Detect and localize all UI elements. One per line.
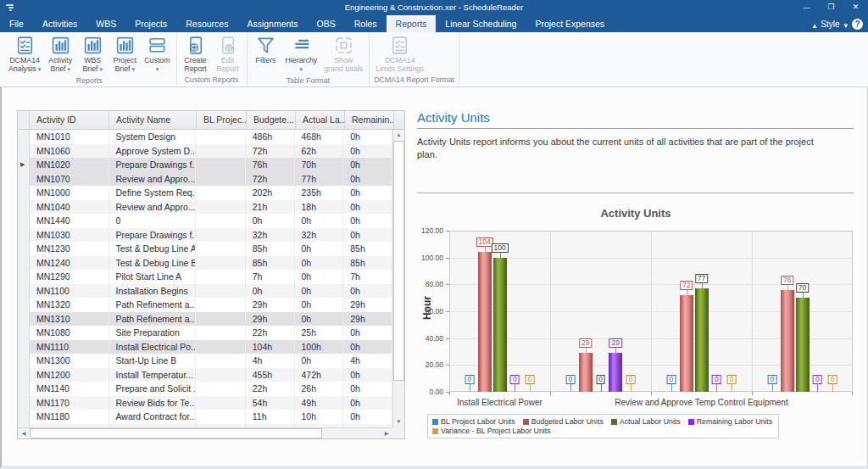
close-icon[interactable] (843, 0, 868, 15)
tab-reports[interactable]: Reports (387, 15, 437, 32)
tab-assignments[interactable]: Assignments (237, 15, 307, 32)
row-selector (18, 340, 30, 355)
cell-bl (196, 410, 246, 424)
tab-roles[interactable]: Roles (345, 15, 387, 32)
y-tick (446, 365, 449, 366)
table-row[interactable]: MN1290Pilot Start Line A7h0h7h (18, 270, 392, 284)
table-row[interactable]: MN1300Start-Up Line B4h0h4h (18, 354, 392, 368)
row-selector (18, 284, 30, 299)
cell-name: Install Temperatur... (109, 368, 197, 382)
table-row[interactable]: ▶MN1020Prepare Drawings f...76h70h0h (18, 158, 392, 172)
style-menu[interactable]: Style (821, 20, 839, 29)
bar-label: 0 (813, 375, 822, 384)
tab-wbs[interactable]: WBS (86, 15, 125, 32)
table-row[interactable]: MN1170Review Bids for Te...54h49h0h (18, 396, 392, 410)
minimize-icon[interactable] (794, 0, 819, 15)
cell-remaining: 0h (343, 284, 392, 299)
ribbon-button-label: DCMA14 (385, 56, 415, 64)
ribbon-button-custom[interactable]: Custom▾ (141, 34, 173, 75)
cell-name: Install Electrical Po... (109, 340, 197, 355)
column-header-bl-projec[interactable]: BL Projec... (197, 111, 247, 129)
scroll-left-icon[interactable]: ◀ (18, 428, 30, 438)
tab-activities[interactable]: Activities (33, 15, 86, 32)
scroll-up-icon[interactable]: ▲ (393, 130, 404, 141)
collapse-ribbon-icon[interactable] (813, 16, 817, 31)
tab-resources[interactable]: Resources (176, 15, 237, 32)
ribbon-button-filters[interactable]: Filters (250, 34, 282, 65)
bar-label: 0 (565, 375, 575, 384)
ribbon-button-activity-brief[interactable]: ActivityBrief ▾ (44, 34, 76, 75)
title-bar: Engineering & Construction.xer - Schedul… (0, 0, 868, 15)
table-row[interactable]: MN1070Review and Appro...72h77h0h (18, 172, 392, 187)
tab-linear-scheduling[interactable]: Linear Scheduling (436, 15, 526, 32)
cell-actual: 18h (295, 200, 344, 215)
table-row[interactable]: MN1180Award Contract for...11h10h0h (18, 410, 392, 424)
tab-project-expenses[interactable]: Project Expenses (526, 15, 614, 32)
column-header-activity-id[interactable]: Activity ID (30, 111, 109, 129)
bar-label-leader (817, 384, 818, 392)
table-row[interactable]: MN1080Site Preparation22h25h0h (18, 326, 392, 340)
table-row[interactable]: MN1200Install Temperatur...455h472h0h (18, 368, 392, 382)
cell-id: MN1110 (30, 340, 109, 355)
bar-budgeted-labor-units (579, 353, 593, 392)
cell-budgeted: 21h (246, 200, 295, 215)
column-header-remainin[interactable]: Remainin... (345, 111, 394, 129)
scroll-right-icon[interactable]: ▶ (381, 428, 392, 438)
table-row[interactable]: MN1310Path Refinement a...29h0h29h (18, 312, 392, 327)
cell-actual: 0h (295, 312, 344, 327)
cell-actual: 25h (295, 326, 344, 340)
table-row[interactable]: MN1060Approve System D...72h62h0h (18, 144, 392, 159)
x-category-label: Install Electrical Power (457, 398, 542, 407)
ribbon-button-label: Limits Settings (376, 64, 424, 73)
vertical-scroll-thumb[interactable] (393, 141, 404, 381)
cell-remaining: 0h (343, 186, 392, 200)
ribbon-button-project-brief[interactable]: ProjectBrief ▾ (108, 34, 141, 75)
y-tick-label: 100.00 (416, 254, 443, 262)
vertical-scrollbar[interactable]: ▲ ▼ (392, 130, 404, 427)
horizontal-scroll-thumb[interactable] (30, 428, 322, 438)
table-row[interactable]: MN1010System Design486h468h0h (18, 130, 392, 144)
table-row[interactable]: MN1240Test & Debug Line B85h0h85h (18, 256, 392, 271)
cell-actual: 0h (295, 256, 344, 271)
cell-budgeted: 85h (246, 242, 295, 256)
tab-obs[interactable]: OBS (308, 15, 345, 32)
cell-bl (196, 298, 246, 312)
table-row[interactable]: MN1140Prepare and Solicit ...22h26h0h (18, 382, 392, 396)
ribbon-button-hierarchy[interactable]: Hierarchy▾ (282, 34, 321, 75)
help-icon[interactable]: ? (852, 19, 863, 30)
cell-name: Define System Req... (109, 186, 197, 200)
table-row[interactable]: MN1230Test & Debug Line A85h0h85h (18, 242, 392, 256)
ribbon-button-create-report[interactable]: CreateReport (180, 34, 212, 74)
cell-id: MN1140 (30, 382, 109, 396)
ribbon-button-wbs-brief[interactable]: WBSBrief ▾ (76, 34, 108, 75)
bar-label-leader (832, 384, 833, 392)
table-row[interactable]: MN1320Path Refinement a...29h0h29h (18, 298, 392, 312)
column-header-budgete[interactable]: Budgete... (247, 111, 296, 129)
table-row[interactable]: MN144000h0h0h (18, 214, 392, 228)
cell-id: MN1020 (30, 158, 109, 172)
bar-actual-labor-units (695, 288, 709, 392)
cell-remaining: 29h (343, 298, 392, 312)
horizontal-scrollbar[interactable]: ◀ ▶ (18, 427, 392, 438)
cell-id: MN1440 (30, 214, 109, 228)
restore-icon[interactable] (819, 0, 843, 15)
tab-projects[interactable]: Projects (125, 15, 176, 32)
column-header-actual-la[interactable]: Actual La... (296, 111, 345, 129)
tab-file[interactable]: File (0, 15, 33, 32)
table-row[interactable]: MN1030Prepare Drawings f...32h32h0h (18, 228, 392, 243)
scroll-down-icon[interactable]: ▼ (393, 416, 404, 427)
chart-legend: BL Project Labor UnitsBudgeted Labor Uni… (427, 414, 779, 438)
cell-id: MN1310 (30, 312, 109, 327)
ribbon-button-label: Analysis ▾ (8, 64, 41, 74)
table-row[interactable]: MN1100Installation Begins0h0h0h (18, 284, 392, 299)
y-tick (446, 311, 449, 312)
dropdown-arrow-icon: ▾ (98, 66, 103, 72)
table-row[interactable]: MN1000Define System Req...202h235h0h (18, 186, 392, 200)
legend-item-variance-bl-project-labor-units: Variance - BL Project Labor Units (432, 427, 551, 435)
column-header-activity-name[interactable]: Activity Name (109, 111, 197, 129)
chevron-down-icon[interactable] (843, 16, 848, 31)
table-row[interactable]: MN1040Review and Appro...21h18h0h (18, 200, 392, 215)
legend-swatch (688, 419, 694, 425)
table-row[interactable]: MN1110Install Electrical Po...104h100h0h (18, 340, 392, 355)
ribbon-button-dcma14-analysis[interactable]: DCMA14Analysis ▾ (5, 34, 44, 75)
